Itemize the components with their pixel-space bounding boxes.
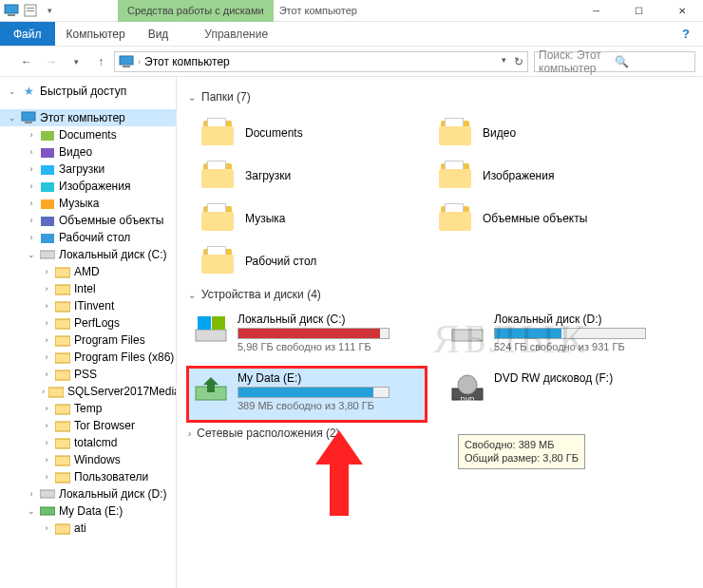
close-button[interactable]: ✕ bbox=[660, 0, 703, 22]
expand-icon[interactable]: › bbox=[42, 523, 51, 533]
section-header-network[interactable]: › Сетевые расположения (2) bbox=[188, 427, 703, 440]
address-dropdown-icon[interactable]: ▾ bbox=[502, 55, 506, 68]
sidebar-item-library[interactable]: ›Видео bbox=[0, 143, 176, 161]
collapse-icon[interactable]: ⌄ bbox=[188, 92, 196, 103]
recent-dropdown-icon[interactable]: ▾ bbox=[68, 54, 84, 69]
device-item[interactable]: Локальный диск (D:)524 ГБ свободно из 93… bbox=[445, 309, 682, 362]
sidebar-label: SQLServer2017Media bbox=[67, 385, 177, 398]
expand-icon[interactable]: › bbox=[27, 147, 36, 157]
up-icon[interactable]: ↑ bbox=[93, 54, 108, 69]
expand-icon[interactable]: ⌄ bbox=[27, 506, 36, 516]
expand-icon[interactable]: › bbox=[42, 455, 51, 465]
search-input[interactable]: Поиск: Этот компьютер 🔍 bbox=[534, 51, 695, 72]
sidebar-item-disk-d[interactable]: › Локальный диск (D:) bbox=[0, 485, 176, 503]
sidebar-item-folder[interactable]: ›Windows bbox=[0, 451, 176, 468]
svg-rect-4 bbox=[27, 10, 34, 11]
expand-icon[interactable]: › bbox=[27, 181, 36, 191]
expand-icon[interactable]: › bbox=[42, 404, 51, 413]
folder-label: Изображения bbox=[483, 169, 554, 182]
sidebar-item-quick-access[interactable]: ⌄ ★ Быстрый доступ bbox=[0, 83, 176, 100]
sidebar-item-library[interactable]: ›Рабочий стол bbox=[0, 229, 176, 246]
maximize-button[interactable]: ☐ bbox=[618, 0, 660, 22]
tab-file[interactable]: Файл bbox=[0, 22, 55, 46]
sidebar-item-library[interactable]: ›Музыка bbox=[0, 195, 176, 212]
folder-label: Музыка bbox=[245, 212, 285, 225]
sidebar-item-folder[interactable]: ›Program Files bbox=[0, 332, 176, 349]
refresh-icon[interactable]: ↻ bbox=[514, 55, 523, 68]
svg-rect-26 bbox=[55, 422, 70, 431]
back-icon[interactable]: ← bbox=[19, 54, 34, 69]
capacity-bar bbox=[494, 328, 646, 339]
collapse-icon[interactable]: ⌄ bbox=[188, 290, 196, 300]
forward-icon[interactable]: → bbox=[44, 54, 59, 69]
sidebar-item-folder[interactable]: ›totalcmd bbox=[0, 434, 176, 451]
expand-icon[interactable]: › bbox=[42, 318, 51, 328]
folder-label: Объемные объекты bbox=[483, 212, 587, 225]
section-header-devices[interactable]: ⌄ Устройства и диски (4) bbox=[188, 288, 703, 301]
expand-icon[interactable]: › bbox=[27, 489, 36, 499]
sidebar-item-folder[interactable]: ›Intel bbox=[0, 280, 176, 297]
tab-manage[interactable]: Управление bbox=[193, 22, 279, 46]
expand-icon[interactable]: › bbox=[42, 301, 51, 311]
collapse-icon[interactable]: › bbox=[188, 428, 191, 439]
expand-icon[interactable]: › bbox=[42, 267, 51, 276]
expand-icon[interactable]: › bbox=[42, 284, 51, 294]
sidebar-item-library[interactable]: ›Изображения bbox=[0, 178, 176, 195]
sidebar-item-folder[interactable]: ›PSS bbox=[0, 366, 176, 383]
sidebar-label: Локальный диск (C:) bbox=[59, 248, 167, 261]
svg-rect-34 bbox=[198, 316, 211, 330]
folder-item[interactable]: Видео bbox=[426, 111, 663, 154]
sidebar-item-library[interactable]: ›Объемные объекты bbox=[0, 212, 176, 229]
sidebar-item-disk-c[interactable]: ⌄ Локальный диск (C:) bbox=[0, 246, 176, 263]
sidebar-item-folder[interactable]: ›Пользователи bbox=[0, 468, 176, 485]
device-item[interactable]: Локальный диск (C:)5,98 ГБ свободно из 1… bbox=[188, 309, 426, 362]
expand-icon[interactable]: › bbox=[42, 438, 51, 447]
sidebar-label: Program Files bbox=[74, 333, 145, 347]
expand-icon[interactable]: › bbox=[27, 130, 36, 140]
sidebar-item-folder[interactable]: › ati bbox=[0, 520, 176, 537]
expand-icon[interactable]: ⌄ bbox=[8, 113, 17, 123]
sidebar-item-folder[interactable]: ›Program Files (x86) bbox=[0, 349, 176, 366]
tab-computer[interactable]: Компьютер bbox=[55, 22, 137, 46]
sidebar-item-folder[interactable]: ›Temp bbox=[0, 400, 176, 417]
folder-item[interactable]: Объемные объекты bbox=[426, 197, 663, 239]
expand-icon[interactable]: › bbox=[42, 387, 45, 396]
folder-item[interactable]: Рабочий стол bbox=[188, 239, 426, 282]
expand-icon[interactable]: › bbox=[42, 352, 51, 362]
chevron-right-icon[interactable]: › bbox=[138, 57, 141, 66]
folder-item[interactable]: Музыка bbox=[188, 197, 426, 239]
sidebar-item-disk-e[interactable]: ⌄ My Data (E:) bbox=[0, 503, 176, 520]
section-header-folders[interactable]: ⌄ Папки (7) bbox=[188, 90, 703, 104]
expand-icon[interactable]: › bbox=[27, 233, 36, 242]
expand-icon[interactable]: › bbox=[42, 335, 51, 345]
svg-rect-7 bbox=[22, 112, 35, 121]
expand-icon[interactable]: › bbox=[27, 164, 36, 174]
sidebar-item-folder[interactable]: ›ITinvent bbox=[0, 297, 176, 314]
tab-view[interactable]: Вид bbox=[137, 22, 180, 46]
expand-icon[interactable]: › bbox=[42, 421, 51, 430]
sidebar-item-library[interactable]: ›Загрузки bbox=[0, 161, 176, 178]
properties-icon[interactable] bbox=[23, 3, 38, 18]
folder-item[interactable]: Загрузки bbox=[188, 154, 426, 197]
sidebar-item-folder[interactable]: ›SQLServer2017Media bbox=[0, 383, 176, 400]
expand-icon[interactable]: ⌄ bbox=[27, 250, 36, 259]
expand-icon[interactable]: › bbox=[42, 370, 51, 379]
device-item[interactable]: DVDDVD RW дисковод (F:) bbox=[445, 368, 682, 421]
device-item[interactable]: My Data (E:)389 МБ свободно из 3,80 ГБ bbox=[188, 368, 426, 421]
sidebar-item-folder[interactable]: ›PerfLogs bbox=[0, 314, 176, 332]
expand-icon[interactable]: › bbox=[27, 199, 36, 208]
expand-icon[interactable]: › bbox=[42, 472, 51, 482]
address-bar[interactable]: › Этот компьютер ▾ ↻ bbox=[114, 51, 528, 72]
sidebar-item-thispc[interactable]: ⌄ Этот компьютер bbox=[0, 109, 176, 126]
sidebar-item-folder[interactable]: ›Tor Browser bbox=[0, 417, 176, 434]
minimize-button[interactable]: ─ bbox=[575, 0, 618, 22]
help-icon[interactable]: ? bbox=[674, 22, 697, 46]
expand-icon[interactable]: › bbox=[27, 216, 36, 225]
drive-tooltip: Свободно: 389 МБ Общий размер: 3,80 ГБ bbox=[458, 434, 585, 469]
folder-item[interactable]: Изображения bbox=[426, 154, 663, 197]
expand-icon[interactable]: ⌄ bbox=[8, 86, 17, 96]
folder-item[interactable]: Documents bbox=[188, 111, 426, 154]
sidebar-item-library[interactable]: ›Documents bbox=[0, 126, 176, 143]
sidebar-item-folder[interactable]: ›AMD bbox=[0, 263, 176, 280]
qat-dropdown-icon[interactable]: ▾ bbox=[42, 3, 57, 18]
